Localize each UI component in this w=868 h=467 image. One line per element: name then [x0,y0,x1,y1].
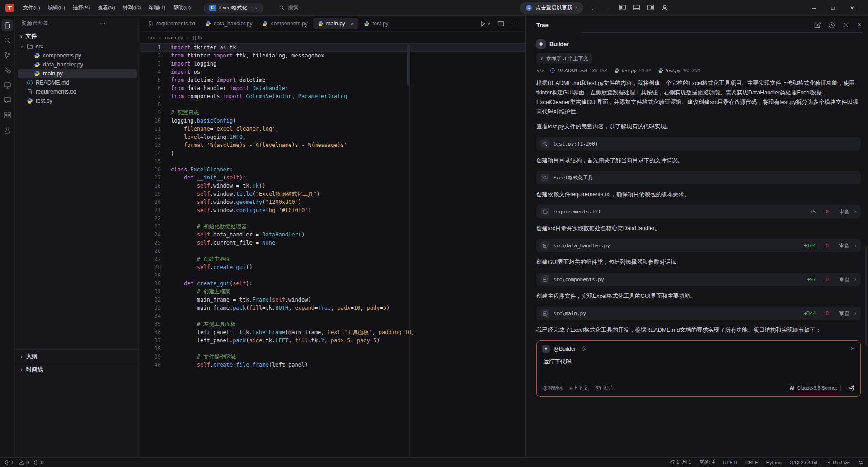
status-language-mode[interactable]: Python [766,460,782,465]
problems-errors[interactable]: 0 [5,460,14,465]
status-indentation[interactable]: 空格: 4 [699,459,715,466]
restart-update-button[interactable]: 点击重启以更新 › [520,2,583,14]
tab-requirements.txt[interactable]: requirements.txt [143,18,200,29]
code-line[interactable]: 6from data_handler import DataHandler [140,84,525,92]
history-icon[interactable] [828,22,835,28]
code-line[interactable]: 34 [140,312,525,320]
close-icon[interactable]: ✕ [350,21,354,26]
code-line[interactable]: 17 def __init__(self): [140,174,525,182]
code-line[interactable]: 26 [140,247,525,255]
menu-item[interactable]: 编辑(E) [44,3,69,13]
context-reference[interactable]: test.py20-94 [614,68,651,73]
status-eol[interactable]: CRLF [745,460,758,465]
problems-indicator[interactable]: 000 [5,460,43,465]
conversation[interactable]: Builder ∨ 参考了 3 个上下文 </> README.md138-13… [526,34,868,457]
code-line[interactable]: 28 self.create_gui() [140,263,525,271]
menu-item[interactable]: 帮助(H) [169,3,194,13]
file-tree-item[interactable]: ∨src [18,42,137,51]
chat-scrollbar[interactable] [865,246,867,346]
forward-button[interactable]: → [605,4,612,12]
files-section-header[interactable]: ∨ 文件 [15,30,140,42]
file-tree-item[interactable]: data_handler.py [18,60,137,69]
status-go-live[interactable]: Go Live [826,460,850,465]
file-tree-item[interactable]: main.py [18,69,137,78]
global-search[interactable]: 搜索 [274,2,303,14]
search-tool-chip[interactable]: Excel格式化工具 [536,171,861,184]
activity-test[interactable] [1,124,13,136]
review-button[interactable]: 审查 [839,208,849,215]
code-line[interactable]: 27 # 创建主界面 [140,255,525,263]
gear-icon[interactable] [843,22,849,28]
code-line[interactable]: 36 left_panel = ttk.LabelFrame(main_fram… [140,328,525,336]
breadcrumb-item[interactable]: main.py [165,35,183,40]
code-line[interactable]: 3import logging [140,60,525,68]
minimize-button[interactable]: ─ [812,5,816,11]
agent-mention[interactable]: @Builder [554,346,576,352]
breadcrumb-item[interactable]: src [148,35,155,40]
code-line[interactable]: 35 # 左侧工具面板 [140,320,525,328]
more-editor-actions-button[interactable]: ⋯ [511,20,518,27]
code-line[interactable]: 30 def create_gui(self): [140,279,525,288]
tab-data_handler.py[interactable]: data_handler.py [201,18,257,29]
file-change-chip[interactable]: src\main.py+344-0审查› [536,307,861,320]
review-button[interactable]: 审查 [839,276,849,283]
code-line[interactable]: 14) [140,149,525,157]
chat-scrollbar-horizontal[interactable] [581,32,863,33]
code-line[interactable]: 16class ExcelCleaner: [140,165,525,174]
problems-warnings[interactable]: 0 [19,460,29,465]
search-tool-chip[interactable]: test.py:(1-200) [536,137,861,151]
menu-item[interactable]: 终端(T) [145,3,169,13]
tab-test.py[interactable]: test.py [359,18,393,29]
sidebar-section-timeline[interactable]: ›时间线 [15,363,140,376]
tab-components.py[interactable]: components.py [258,18,312,29]
activity-extensions[interactable] [1,109,13,121]
code-line[interactable]: 5from datetime import datetime [140,76,525,84]
code-line[interactable]: 7from components import ColumnSelector, … [140,92,525,100]
context-reference[interactable]: test.py162-893 [658,68,700,73]
problems-infos[interactable]: 0 [33,460,43,465]
workspace-switcher[interactable]: E Excel格式化... ∨ [204,3,263,13]
menu-item[interactable]: 文件(F) [19,3,44,13]
activity-run-debug[interactable] [1,64,13,76]
file-change-chip[interactable]: src\data_handler.py+104-0审查› [536,239,861,252]
activity-chat[interactable] [1,94,13,106]
review-button[interactable]: 审查 [839,310,849,317]
close-window-button[interactable]: ✕ [850,5,854,11]
activity-search[interactable] [1,34,13,46]
editor-scrollbar[interactable] [407,44,410,86]
maximize-button[interactable]: □ [831,5,835,11]
activity-source-control[interactable] [1,49,13,61]
code-line[interactable]: 4import os [140,68,525,76]
notifications-button[interactable] [858,460,863,465]
chat-input-box[interactable]: @Builder ✕ 运行下代码 @智能体 #上下文 图片 A\ Claude- [536,340,861,397]
send-button[interactable] [848,384,855,392]
menu-item[interactable]: 查看(V) [94,3,118,13]
code-line[interactable]: 40 self.create_file_frame(left_panel) [140,361,525,369]
split-editor-button[interactable] [497,20,504,27]
code-line[interactable]: 8 [140,100,525,108]
code-line[interactable]: 22 [140,214,525,222]
toggle-panel-button[interactable] [633,4,640,11]
code-line[interactable]: 15 [140,157,525,165]
code-line[interactable]: 33 main_frame.pack(fill=tk.BOTH, expand=… [140,304,525,312]
context-reference[interactable]: README.md138-138 [550,68,607,73]
file-change-chip[interactable]: src\components.py+97-0审查› [536,273,861,286]
back-button[interactable]: ← [590,4,598,12]
breadcrumb-item[interactable]: {} tk [193,35,202,40]
file-change-chip[interactable]: requirements.txt+5-0审查› [536,205,861,218]
context-toggle[interactable]: ∨ 参考了 3 个上下文 [536,53,592,64]
code-line[interactable]: 39 # 文件操作区域 [140,353,525,361]
code-editor[interactable]: 1import tkinter as tk2from tkinter impor… [140,43,525,457]
code-line[interactable]: 32 main_frame = ttk.Frame(self.window) [140,296,525,304]
status-cursor-position[interactable]: 行 1, 列 1 [670,459,691,466]
account-icon[interactable] [661,4,668,11]
close-icon[interactable]: ✕ [851,346,855,352]
file-tree-item[interactable]: components.py [18,51,137,60]
code-line[interactable]: 9# 配置日志 [140,108,525,117]
code-line[interactable]: 24 self.data_handler = DataHandler() [140,231,525,239]
activity-remote[interactable] [1,79,13,91]
status-encoding[interactable]: UTF-8 [723,460,737,465]
status-python-interpreter[interactable]: 3.13.2 64-bit [790,460,817,465]
code-line[interactable]: 10logging.basicConfig( [140,117,525,125]
code-line[interactable]: 1import tkinter as tk [140,43,525,52]
